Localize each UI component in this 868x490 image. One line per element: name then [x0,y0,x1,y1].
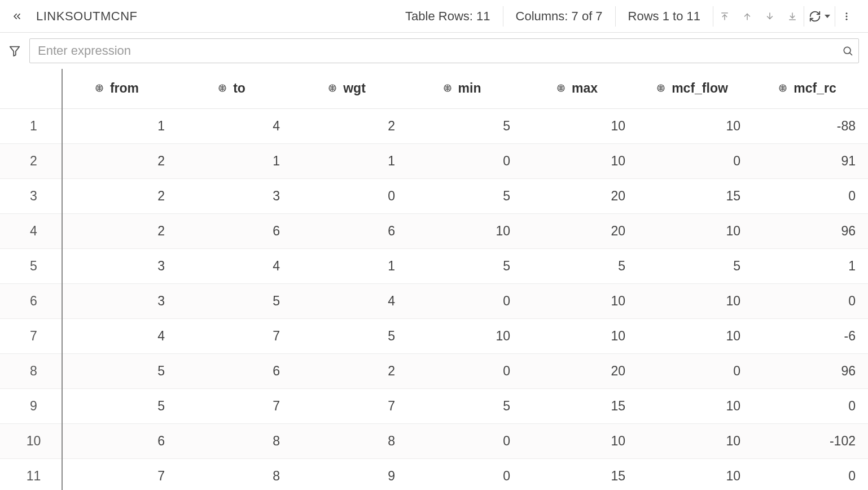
column-header-to[interactable]: to [177,69,292,108]
cell-max[interactable]: 10 [523,108,638,143]
column-header-mcf_rc[interactable]: mcf_rc [753,69,868,108]
table-row[interactable]: 426610201096 [0,213,868,248]
expression-search-button[interactable] [842,45,853,56]
cell-wgt[interactable]: 8 [292,423,407,458]
cell-to[interactable]: 7 [177,318,292,353]
cell-wgt[interactable]: 1 [292,248,407,283]
row-number-cell[interactable]: 2 [0,143,62,178]
cell-min[interactable]: 0 [407,423,523,458]
cell-to[interactable]: 8 [177,423,292,458]
row-number-header[interactable] [0,69,62,108]
cell-to[interactable]: 1 [177,143,292,178]
page-down-button[interactable] [759,5,781,28]
cell-wgt[interactable]: 7 [292,388,407,423]
cell-wgt[interactable]: 0 [292,178,407,213]
cell-max[interactable]: 20 [523,353,638,388]
cell-from[interactable]: 6 [62,423,177,458]
cell-from[interactable]: 5 [62,353,177,388]
filter-button[interactable] [7,45,23,57]
go-to-first-button[interactable] [713,5,736,28]
cell-from[interactable]: 1 [62,108,177,143]
row-number-cell[interactable]: 3 [0,178,62,213]
cell-max[interactable]: 15 [523,388,638,423]
cell-to[interactable]: 6 [177,213,292,248]
cell-wgt[interactable]: 9 [292,458,407,490]
cell-mcf_rc[interactable]: 1 [753,248,868,283]
cell-from[interactable]: 5 [62,388,177,423]
column-header-min[interactable]: min [407,69,523,108]
row-number-cell[interactable]: 10 [0,423,62,458]
cell-min[interactable]: 5 [407,178,523,213]
cell-from[interactable]: 2 [62,213,177,248]
cell-mcf_rc[interactable]: 0 [753,178,868,213]
cell-min[interactable]: 0 [407,143,523,178]
cell-wgt[interactable]: 6 [292,213,407,248]
cell-min[interactable]: 5 [407,388,523,423]
cell-mcf_rc[interactable]: 0 [753,388,868,423]
more-options-button[interactable] [835,5,858,28]
cell-to[interactable]: 3 [177,178,292,213]
cell-min[interactable]: 0 [407,283,523,318]
cell-mcf_flow[interactable]: 10 [638,213,753,248]
row-number-cell[interactable]: 9 [0,388,62,423]
cell-max[interactable]: 10 [523,423,638,458]
cell-max[interactable]: 10 [523,318,638,353]
row-number-cell[interactable]: 6 [0,283,62,318]
go-to-last-button[interactable] [781,5,804,28]
cell-mcf_rc[interactable]: 96 [753,353,868,388]
cell-min[interactable]: 5 [407,108,523,143]
cell-max[interactable]: 15 [523,458,638,490]
column-header-mcf_flow[interactable]: mcf_flow [638,69,753,108]
table-row[interactable]: 3230520150 [0,178,868,213]
cell-mcf_rc[interactable]: -6 [753,318,868,353]
cell-max[interactable]: 20 [523,178,638,213]
row-number-cell[interactable]: 4 [0,213,62,248]
cell-min[interactable]: 10 [407,318,523,353]
page-up-button[interactable] [736,5,759,28]
row-number-cell[interactable]: 11 [0,458,62,490]
cell-mcf_rc[interactable]: 96 [753,213,868,248]
cell-wgt[interactable]: 1 [292,143,407,178]
cell-max[interactable]: 20 [523,213,638,248]
cell-wgt[interactable]: 5 [292,318,407,353]
row-number-cell[interactable]: 1 [0,108,62,143]
table-row[interactable]: 9577515100 [0,388,868,423]
table-row[interactable]: 11789015100 [0,458,868,490]
cell-from[interactable]: 7 [62,458,177,490]
cell-min[interactable]: 0 [407,458,523,490]
table-row[interactable]: 114251010-88 [0,108,868,143]
cell-wgt[interactable]: 2 [292,353,407,388]
table-row[interactable]: 8562020096 [0,353,868,388]
cell-from[interactable]: 4 [62,318,177,353]
cell-to[interactable]: 5 [177,283,292,318]
cell-mcf_flow[interactable]: 10 [638,108,753,143]
table-row[interactable]: 6354010100 [0,283,868,318]
table-row[interactable]: 2211010091 [0,143,868,178]
cell-max[interactable]: 10 [523,143,638,178]
refresh-dropdown[interactable] [804,10,835,23]
table-row[interactable]: 53415551 [0,248,868,283]
row-number-cell[interactable]: 5 [0,248,62,283]
cell-from[interactable]: 2 [62,143,177,178]
cell-to[interactable]: 4 [177,108,292,143]
cell-mcf_flow[interactable]: 0 [638,143,753,178]
cell-to[interactable]: 7 [177,388,292,423]
cell-to[interactable]: 4 [177,248,292,283]
collapse-button[interactable] [6,5,28,28]
row-number-cell[interactable]: 7 [0,318,62,353]
cell-max[interactable]: 10 [523,283,638,318]
cell-from[interactable]: 3 [62,248,177,283]
table-row[interactable]: 7475101010-6 [0,318,868,353]
cell-mcf_rc[interactable]: -102 [753,423,868,458]
cell-mcf_flow[interactable]: 10 [638,458,753,490]
column-header-max[interactable]: max [523,69,638,108]
column-header-from[interactable]: from [62,69,177,108]
expression-input[interactable] [29,38,859,63]
cell-from[interactable]: 3 [62,283,177,318]
cell-mcf_flow[interactable]: 5 [638,248,753,283]
cell-min[interactable]: 10 [407,213,523,248]
cell-to[interactable]: 6 [177,353,292,388]
cell-from[interactable]: 2 [62,178,177,213]
cell-mcf_flow[interactable]: 0 [638,353,753,388]
cell-to[interactable]: 8 [177,458,292,490]
